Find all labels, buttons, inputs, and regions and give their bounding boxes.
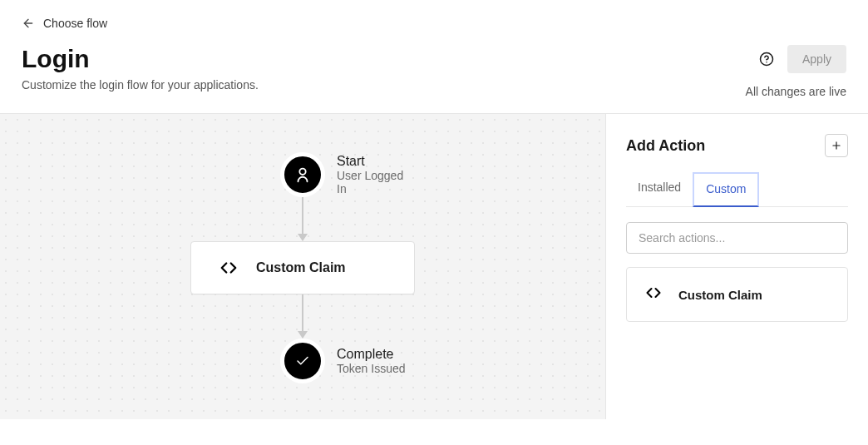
flow-start-node: Start User Logged In [190, 152, 415, 197]
tab-installed[interactable]: Installed [626, 172, 693, 206]
arrow-left-icon [22, 17, 35, 30]
apply-button[interactable]: Apply [787, 45, 846, 73]
page-title: Login [22, 45, 259, 73]
complete-subtitle: Token Issued [337, 362, 406, 375]
flow-complete-node: Complete Token Issued [190, 339, 415, 383]
add-action-panel: Add Action Installed Custom Custom Claim [605, 114, 868, 419]
code-icon [645, 284, 662, 304]
page-subtitle: Customize the login flow for your applic… [22, 78, 259, 91]
flow-arrow [298, 197, 308, 241]
sidebar-tabs: Installed Custom [626, 172, 848, 207]
search-input[interactable] [626, 222, 848, 254]
flow-action-card[interactable]: Custom Claim [190, 241, 415, 294]
tab-custom[interactable]: Custom [693, 172, 759, 207]
back-link[interactable]: Choose flow [22, 17, 846, 30]
code-icon [219, 259, 238, 277]
title-block: Login Customize the login flow for your … [22, 45, 259, 91]
svg-point-3 [299, 169, 305, 175]
status-text: All changes are live [746, 85, 846, 98]
complete-title: Complete [337, 347, 406, 362]
start-title: Start [337, 154, 415, 169]
help-icon[interactable] [759, 52, 774, 67]
add-action-button[interactable] [825, 134, 848, 157]
flow-canvas[interactable]: Start User Logged In Custom Claim Comple… [0, 114, 605, 419]
start-subtitle: User Logged In [337, 169, 415, 195]
page-header: Choose flow Login Customize the login fl… [0, 0, 868, 114]
plus-icon [831, 140, 842, 151]
back-label: Choose flow [43, 17, 107, 30]
flow-action-title: Custom Claim [256, 260, 346, 275]
sidebar-heading: Add Action [626, 137, 705, 155]
action-item-title: Custom Claim [678, 288, 762, 302]
action-list-item[interactable]: Custom Claim [626, 267, 848, 322]
check-icon [280, 339, 325, 383]
flow-arrow [298, 294, 308, 339]
user-icon [280, 152, 325, 197]
